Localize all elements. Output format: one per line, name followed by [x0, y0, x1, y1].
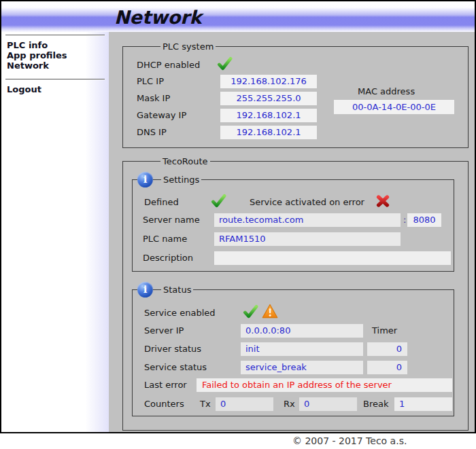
sidebar-item-logout[interactable]: Logout	[7, 84, 41, 94]
plc-system-legend: PLC system	[160, 41, 216, 52]
description-label: Description	[143, 251, 193, 265]
plc-system-fieldset: PLC system DHCP enabled PLC IP 192.168.1…	[122, 46, 469, 148]
status-info-icon: i	[137, 282, 153, 298]
defined-check-icon	[211, 194, 226, 211]
service-activated-cross-icon	[375, 194, 390, 211]
service-activated-on-error-label: Service activated on error	[250, 196, 364, 209]
tecoroute-legend: TecoRoute	[160, 156, 210, 166]
plc-name-label: PLC name	[143, 232, 187, 246]
settings-legend: Settings	[161, 175, 201, 185]
dhcp-enabled-label: DHCP enabled	[137, 58, 200, 72]
server-port-input[interactable]: 8080	[407, 213, 441, 227]
service-status-label: Service status	[144, 361, 207, 374]
break-label: Break	[363, 397, 388, 411]
dns-ip-label: DNS IP	[137, 126, 167, 139]
server-name-input[interactable]: route.tecomat.com	[214, 213, 401, 227]
plc-ip-value: 192.168.102.176	[220, 75, 317, 88]
service-status-value: service_break	[241, 361, 363, 374]
settings-info-icon: i	[137, 172, 153, 187]
sidebar: PLC info App profiles Network Logout	[1, 32, 109, 432]
driver-status-label: Driver status	[144, 342, 201, 356]
sidebar-item-network[interactable]: Network	[7, 60, 49, 71]
service-enabled-label: Service enabled	[144, 306, 216, 320]
description-input[interactable]	[214, 251, 451, 265]
server-ip-label: Server IP	[144, 324, 184, 338]
last-error-value: Failed to obtain an IP address of the se…	[197, 378, 452, 392]
status-legend: Status	[161, 285, 193, 295]
counters-label: Counters	[144, 397, 184, 411]
dhcp-check-icon	[217, 56, 233, 73]
mask-ip-label: Mask IP	[137, 92, 170, 105]
gateway-ip-label: Gateway IP	[137, 109, 186, 122]
service-warning-icon	[262, 304, 278, 321]
sidebar-item-app-profiles[interactable]: App profiles	[7, 50, 67, 60]
page-title: Network	[114, 7, 202, 28]
gateway-ip-value: 192.168.102.1	[220, 109, 317, 122]
tx-counter-value: 0	[216, 397, 273, 411]
break-counter-value: 1	[394, 397, 452, 411]
copyright-text: © 2007 - 2017 Teco a.s.	[292, 435, 407, 446]
main-content: PLC system DHCP enabled PLC IP 192.168.1…	[109, 32, 475, 432]
service-timer-value: 0	[367, 361, 407, 374]
server-name-label: Server name	[143, 213, 200, 227]
driver-timer-value: 0	[367, 342, 407, 356]
header: Network	[1, 1, 475, 32]
sidebar-divider-bottom	[5, 79, 105, 80]
dns-ip-value: 192.168.102.1	[220, 126, 317, 139]
sidebar-divider-top	[5, 35, 105, 36]
tecoroute-fieldset: TecoRoute i Settings Defined	[122, 161, 469, 431]
server-ip-value: 0.0.0.0:80	[241, 324, 363, 338]
plc-name-input[interactable]: RFAM1510	[214, 232, 401, 246]
tx-label: Tx	[200, 397, 211, 411]
last-error-label: Last error	[144, 378, 187, 392]
rx-counter-value: 0	[299, 397, 357, 411]
tecoroute-status-fieldset: i Status Service enabled	[132, 289, 454, 416]
sidebar-item-plc-info[interactable]: PLC info	[7, 40, 48, 50]
service-enabled-check-icon	[243, 304, 258, 321]
tecoroute-settings-fieldset: i Settings Defined Service activated on …	[132, 179, 454, 272]
page: Network PLC info App profiles Network Lo…	[0, 0, 476, 449]
timer-label: Timer	[372, 324, 397, 338]
driver-status-value: init	[241, 342, 363, 356]
rx-label: Rx	[284, 397, 295, 411]
mask-ip-value: 255.255.255.0	[220, 92, 317, 105]
page-frame: Network PLC info App profiles Network Lo…	[0, 0, 476, 433]
defined-label: Defined	[144, 196, 179, 209]
port-separator: :	[403, 213, 406, 227]
mac-address-label: MAC address	[358, 85, 415, 98]
mac-address-value: 00-0A-14-0E-00-0E	[334, 100, 454, 114]
plc-ip-label: PLC IP	[137, 75, 164, 88]
